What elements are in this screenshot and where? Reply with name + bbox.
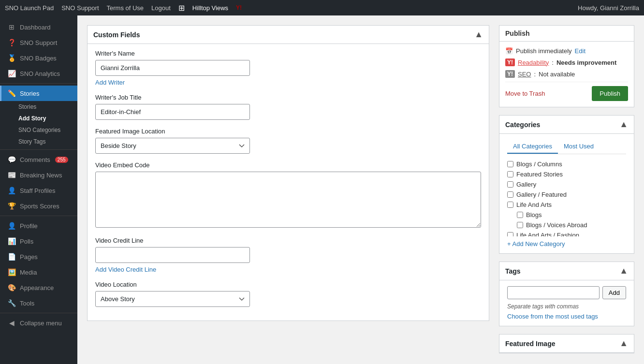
writers-name-label: Writer's Name [95, 50, 481, 57]
categories-toggle[interactable]: ▲ [619, 119, 628, 130]
add-writer-link[interactable]: Add Writer [95, 79, 125, 86]
admin-bar: SNO Launch Pad SNO Support Terms of Use … [0, 0, 644, 15]
move-trash-link[interactable]: Move to Trash [505, 90, 545, 97]
sidebar-item-stories[interactable]: ✏️ Stories [0, 86, 77, 101]
sno-analytics-icon: 📈 [7, 70, 16, 77]
cat-label-featured-stories: Featured Stories [516, 171, 563, 178]
sidebar-item-collapse[interactable]: ◀ Collapse menu [0, 315, 77, 331]
job-title-input[interactable] [95, 104, 250, 120]
logout-link[interactable]: Logout [151, 4, 171, 12]
sidebar-item-pages[interactable]: 📄 Pages [0, 249, 77, 264]
featured-image-location-label: Featured Image Location [95, 128, 481, 135]
tags-add-button[interactable]: Add [602, 286, 626, 299]
wp-wrap: ⊞ Dashboard ❓ SNO Support 🏅 SNO Badges 📈… [0, 15, 644, 364]
cat-item-featured-stories: Featured Stories [507, 169, 626, 179]
add-category-link[interactable]: + Add New Category [507, 240, 565, 248]
cat-checkbox-gallery[interactable] [507, 181, 513, 188]
calendar-icon: 📅 [505, 47, 513, 55]
sidebar-item-comments[interactable]: 💬 Comments 255 [0, 152, 77, 167]
custom-fields-postbox: Custom Fields ▲ Writer's Name Add Writer… [87, 25, 489, 321]
cat-checkbox-blogs[interactable] [517, 212, 523, 218]
publish-actions: Move to Trash Publish [505, 82, 628, 101]
publish-schedule-row: 📅 Publish immediately Edit [505, 47, 628, 55]
video-location-select[interactable]: Above Story Below Story Beside Story [95, 291, 250, 307]
sidebar-item-staff-profiles[interactable]: 👤 Staff Profiles [0, 183, 77, 198]
cat-checkbox-featured-stories[interactable] [507, 171, 513, 177]
cat-label-life-arts: Life And Arts [516, 201, 552, 208]
cat-label-gallery: Gallery [516, 181, 536, 188]
cat-item-life-arts: Life And Arts [507, 200, 626, 210]
sidebar-item-profile[interactable]: 👤 Profile [0, 218, 77, 233]
submenu-stories[interactable]: Stories [0, 101, 77, 113]
submenu-story-tags[interactable]: Story Tags [0, 136, 77, 147]
cat-label-life-arts-fashion: Life And Arts / Fashion [516, 232, 579, 236]
sidebar-item-breaking-news[interactable]: 📰 Breaking News [0, 167, 77, 183]
sidebar-item-sno-support[interactable]: ❓ SNO Support [0, 35, 77, 50]
sidebar-item-media[interactable]: 🖼️ Media [0, 264, 77, 280]
sidebar-item-sports-scores[interactable]: 🏆 Sports Scores [0, 198, 77, 214]
featured-image-header: Featured Image ▲ [499, 335, 634, 353]
sidebar-item-sno-badges[interactable]: 🏅 SNO Badges [0, 50, 77, 66]
tab-most-used[interactable]: Most Used [558, 140, 600, 154]
sidebar-label-sno-support: SNO Support [20, 39, 57, 46]
tools-icon: 🔧 [7, 299, 16, 307]
sidebar-item-tools[interactable]: 🔧 Tools [0, 295, 77, 311]
sidebar-label-stories: Stories [20, 90, 39, 97]
tab-all-categories[interactable]: All Categories [507, 140, 558, 154]
polls-icon: 📊 [7, 237, 16, 245]
featured-image-location-group: Featured Image Location Beside Story Abo… [95, 128, 481, 154]
submenu-add-story[interactable]: Add Story [0, 113, 77, 124]
tags-most-used-link[interactable]: Choose from the most used tags [507, 313, 598, 320]
cat-item-life-arts-fashion: Life And Arts / Fashion [507, 230, 626, 236]
featured-image-toggle[interactable]: ▲ [619, 338, 628, 349]
menu-separator-2 [0, 149, 77, 150]
sidebar-item-appearance[interactable]: 🎨 Appearance [0, 280, 77, 295]
right-sidebar: Publish 📅 Publish immediately Edit Y! Re… [499, 25, 634, 361]
cat-item-gallery-featured: Gallery / Featured [507, 189, 626, 200]
admin-menu: ⊞ Dashboard ❓ SNO Support 🏅 SNO Badges 📈… [0, 15, 77, 364]
custom-fields-toggle[interactable]: ▲ [474, 29, 483, 40]
tags-title: Tags [505, 267, 521, 275]
featured-image-title: Featured Image [505, 340, 555, 348]
cat-label-blogs: Blogs [526, 211, 542, 218]
tags-input[interactable] [507, 286, 600, 299]
job-title-label: Writer's Job Title [95, 94, 481, 101]
sidebar-item-sno-analytics[interactable]: 📈 SNO Analytics [0, 66, 77, 81]
publish-button[interactable]: Publish [592, 86, 628, 101]
cat-checkbox-blogs-columns[interactable] [507, 161, 513, 167]
category-tabs: All Categories Most Used [507, 140, 626, 154]
tags-content: Add Separate tags with commas Choose fro… [499, 280, 634, 326]
tags-header: Tags ▲ [499, 262, 634, 280]
seo-row: Y! SEO: Not available [505, 70, 628, 78]
featured-image-location-select[interactable]: Beside Story Above Story Below Story No … [95, 138, 250, 154]
video-embed-textarea[interactable] [95, 172, 481, 228]
sidebar-label-sno-analytics: SNO Analytics [20, 70, 60, 77]
custom-fields-content: Writer's Name Add Writer Writer's Job Ti… [88, 44, 489, 320]
cat-checkbox-gallery-featured[interactable] [507, 191, 513, 198]
readability-link[interactable]: Readability [518, 59, 549, 66]
menu-separator-1 [0, 83, 77, 84]
tags-toggle[interactable]: ▲ [619, 266, 628, 276]
category-list: Blogs / Columns Featured Stories Gallery [507, 159, 626, 236]
sno-launch-pad-link[interactable]: SNO Launch Pad [5, 4, 54, 12]
publish-edit-link[interactable]: Edit [575, 47, 585, 55]
writers-name-input[interactable] [95, 60, 250, 76]
breaking-news-icon: 📰 [7, 171, 16, 179]
seo-link[interactable]: SEO [518, 71, 531, 78]
sidebar-label-staff-profiles: Staff Profiles [20, 187, 55, 194]
cat-checkbox-life-arts[interactable] [507, 202, 513, 208]
add-video-credit-link[interactable]: Add Video Credit Line [95, 266, 156, 273]
sidebar-label-appearance: Appearance [20, 284, 54, 291]
submenu-sno-categories[interactable]: SNO Categories [0, 124, 77, 136]
sidebar-item-dashboard[interactable]: ⊞ Dashboard [0, 19, 77, 35]
cat-checkbox-blogs-voices-abroad[interactable] [517, 222, 523, 228]
comments-icon: 💬 [7, 156, 16, 163]
tags-input-row: Add [507, 286, 626, 299]
terms-link[interactable]: Terms of Use [107, 4, 144, 12]
video-credit-input[interactable] [95, 247, 250, 263]
sidebar-item-polls[interactable]: 📊 Polls [0, 233, 77, 249]
sno-support-link[interactable]: SNO Support [61, 4, 99, 12]
cat-checkbox-life-arts-fashion[interactable] [507, 232, 513, 236]
readability-row: Y! Readability: Needs improvement [505, 58, 628, 66]
site-name-link[interactable]: Hilltop Views [192, 4, 228, 12]
